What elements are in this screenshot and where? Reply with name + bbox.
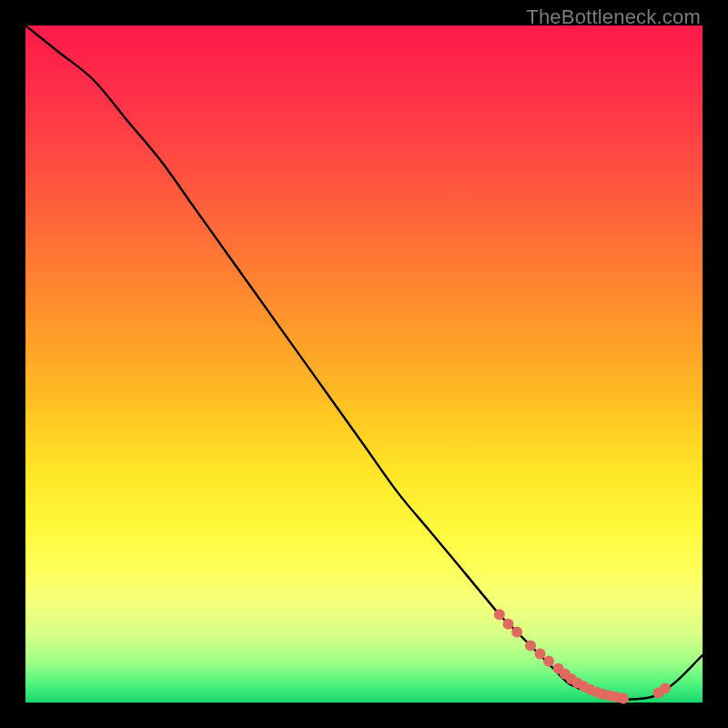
bottleneck-curve [25,25,703,700]
highlight-dot [660,682,671,693]
chart-frame: TheBottleneck.com [0,0,728,728]
curve-layer [25,25,703,703]
highlight-dot [502,619,513,630]
plot-area [25,25,703,703]
highlight-dot [543,656,554,667]
highlight-dot [618,693,629,704]
highlight-dot [511,627,522,638]
highlight-dot [525,641,536,652]
highlight-dot [494,609,505,620]
highlight-dot [534,648,545,659]
